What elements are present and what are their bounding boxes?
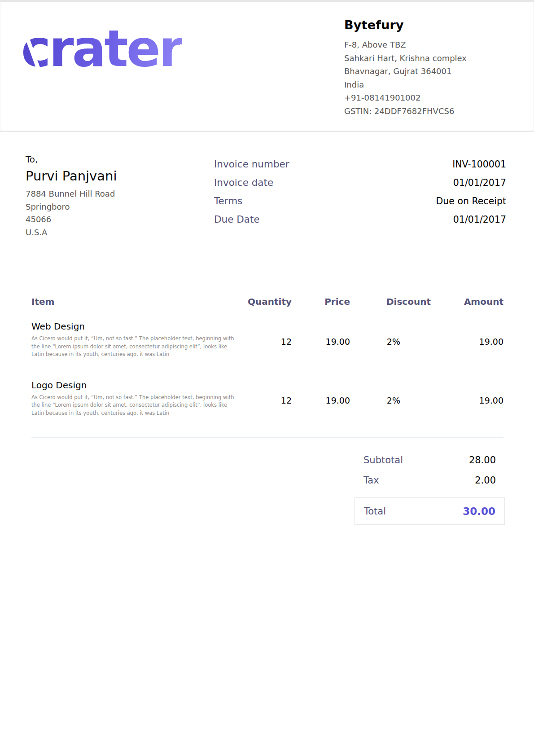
items-table-header: Item Quantity Price Discount Amount (31, 296, 503, 307)
meta-row-terms: Terms Due on Receipt (214, 195, 506, 207)
totals-block: Subtotal 28.00 Tax 2.00 Total 30.00 (355, 455, 505, 525)
invoice-date-label: Invoice date (214, 176, 273, 189)
meta-row-invoice-date: Invoice date 01/01/2017 (214, 176, 506, 189)
invoice-header: crater Bytefury F-8, Above TBZ Sahkari H… (0, 0, 534, 132)
invoice-page: crater Bytefury F-8, Above TBZ Sahkari H… (0, 0, 534, 756)
customer-name: Purvi Panjvani (26, 166, 214, 186)
customer-address-line: 7884 Bunnel Hill Road (26, 188, 214, 201)
item-description: As Cicero would put it, “Um, not so fast… (31, 394, 238, 418)
items-table: Item Quantity Price Discount Amount Web … (0, 296, 534, 438)
customer-address-line: Springboro (26, 201, 214, 214)
terms-label: Terms (214, 195, 242, 207)
item-discount: 2% (350, 320, 431, 359)
total-label: Total (364, 506, 386, 517)
item-description: As Cicero would put it, “Um, not so fast… (31, 335, 238, 359)
tax-value: 2.00 (475, 475, 496, 486)
item-quantity: 12 (242, 320, 292, 359)
column-header-quantity: Quantity (242, 296, 292, 307)
item-cell: Logo Design As Cicero would put it, “Um,… (31, 378, 242, 418)
company-address: F-8, Above TBZ Sahkari Hart, Krishna com… (344, 38, 511, 118)
terms-value: Due on Receipt (436, 196, 506, 207)
column-header-price: Price (292, 296, 350, 307)
item-quantity: 12 (242, 378, 292, 418)
item-amount: 19.00 (431, 378, 503, 418)
crater-logo-text: crater (21, 19, 182, 78)
total-value: 30.00 (463, 505, 495, 517)
item-name: Logo Design (31, 378, 242, 392)
item-row: Logo Design As Cicero would put it, “Um,… (31, 378, 503, 418)
due-date-label: Due Date (214, 213, 260, 226)
company-block: Bytefury F-8, Above TBZ Sahkari Hart, Kr… (344, 18, 511, 131)
due-date-value: 01/01/2017 (453, 214, 506, 225)
item-name: Web Design (31, 320, 242, 333)
company-gstin: GSTIN: 24DDF7682FHVCS6 (344, 105, 511, 118)
bill-meta-section: To, Purvi Panjvani 7884 Bunnel Hill Road… (0, 132, 534, 239)
bill-to-block: To, Purvi Panjvani 7884 Bunnel Hill Road… (26, 153, 214, 239)
customer-address-line: 45066 (26, 213, 214, 226)
company-address-line: F-8, Above TBZ (344, 38, 511, 52)
item-discount: 2% (350, 378, 431, 418)
item-row: Web Design As Cicero would put it, “Um, … (31, 320, 503, 359)
company-name: Bytefury (344, 18, 511, 32)
meta-row-invoice-number: Invoice number INV-100001 (214, 158, 506, 171)
subtotal-row: Subtotal 28.00 (355, 455, 505, 466)
invoice-date-value: 01/01/2017 (453, 177, 506, 188)
totals-section: Subtotal 28.00 Tax 2.00 Total 30.00 (0, 438, 534, 525)
item-amount: 19.00 (431, 320, 503, 359)
column-header-amount: Amount (431, 296, 503, 307)
meta-row-due-date: Due Date 01/01/2017 (214, 213, 506, 226)
item-price: 19.00 (292, 378, 350, 418)
subtotal-value: 28.00 (469, 455, 496, 466)
company-address-line: Bhavnagar, Gujrat 364001 (344, 65, 511, 78)
crater-logo: crater (21, 23, 182, 86)
customer-address: 7884 Bunnel Hill Road Springboro 45066 U… (26, 188, 214, 239)
subtotal-label: Subtotal (363, 455, 403, 466)
total-box: Total 30.00 (355, 497, 505, 525)
item-cell: Web Design As Cicero would put it, “Um, … (31, 320, 242, 359)
column-header-discount: Discount (350, 296, 431, 307)
company-phone: +91-08141901002 (344, 91, 511, 105)
item-price: 19.00 (292, 320, 350, 359)
company-address-line: India (344, 78, 511, 92)
company-address-line: Sahkari Hart, Krishna complex (344, 52, 511, 65)
invoice-number-label: Invoice number (214, 158, 289, 171)
bill-to-heading: To, (26, 153, 214, 166)
invoice-number-value: INV-100001 (452, 159, 506, 170)
invoice-meta-block: Invoice number INV-100001 Invoice date 0… (214, 158, 506, 239)
tax-row: Tax 2.00 (355, 475, 505, 486)
tax-label: Tax (363, 475, 379, 486)
customer-address-line: U.S.A (26, 226, 214, 239)
column-header-item: Item (31, 296, 242, 307)
